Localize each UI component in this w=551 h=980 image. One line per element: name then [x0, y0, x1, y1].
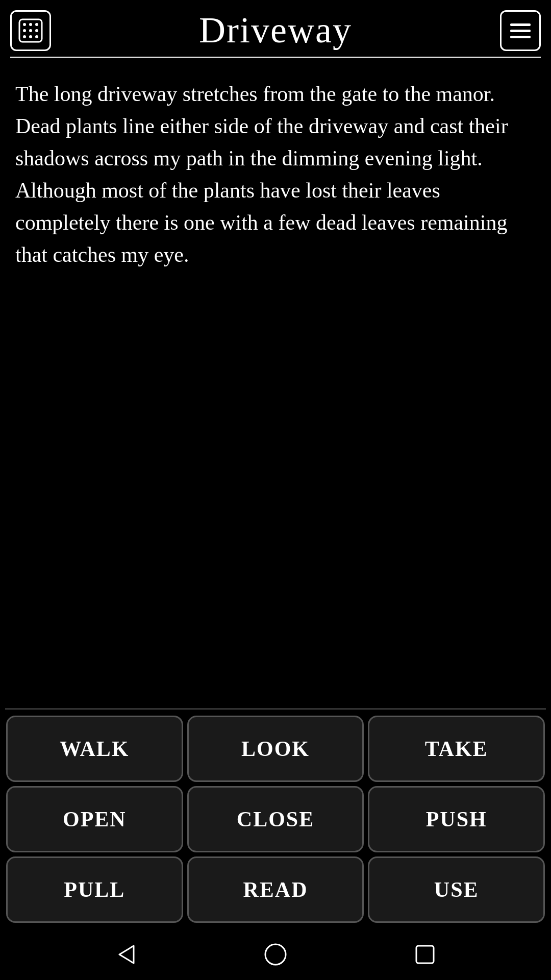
walk-button[interactable]: WALK: [6, 716, 183, 782]
svg-point-4: [35, 35, 38, 38]
nav-bar: [0, 929, 551, 980]
back-arrow-icon[interactable]: [108, 937, 144, 972]
svg-point-5: [29, 29, 32, 32]
read-button[interactable]: READ: [187, 856, 364, 923]
header: Driveway: [0, 0, 551, 57]
recent-square-icon[interactable]: [407, 937, 443, 972]
open-button[interactable]: OPEN: [6, 786, 183, 852]
push-button[interactable]: PUSH: [368, 786, 545, 852]
svg-rect-11: [510, 30, 531, 32]
svg-rect-15: [416, 946, 434, 963]
svg-point-7: [35, 29, 38, 32]
home-circle-icon[interactable]: [258, 937, 293, 972]
close-button[interactable]: CLOSE: [187, 786, 364, 852]
look-button[interactable]: LOOK: [187, 716, 364, 782]
story-text: The long driveway stretches from the gat…: [15, 78, 536, 271]
svg-marker-13: [119, 946, 134, 963]
svg-point-9: [29, 35, 32, 38]
content-area: The long driveway stretches from the gat…: [0, 58, 551, 708]
svg-point-8: [29, 23, 32, 26]
pull-button[interactable]: PULL: [6, 856, 183, 923]
menu-icon[interactable]: [500, 10, 541, 51]
use-button[interactable]: USE: [368, 856, 545, 923]
svg-point-1: [23, 23, 26, 26]
game-icon[interactable]: [10, 10, 51, 51]
svg-point-2: [35, 23, 38, 26]
svg-point-3: [23, 35, 26, 38]
take-button[interactable]: TAKE: [368, 716, 545, 782]
action-grid: WALK LOOK TAKE OPEN CLOSE PUSH PULL READ…: [0, 709, 551, 929]
svg-rect-10: [510, 23, 531, 26]
page-title: Driveway: [51, 9, 500, 52]
svg-rect-12: [510, 36, 531, 38]
svg-point-14: [265, 944, 286, 965]
svg-point-6: [23, 29, 26, 32]
